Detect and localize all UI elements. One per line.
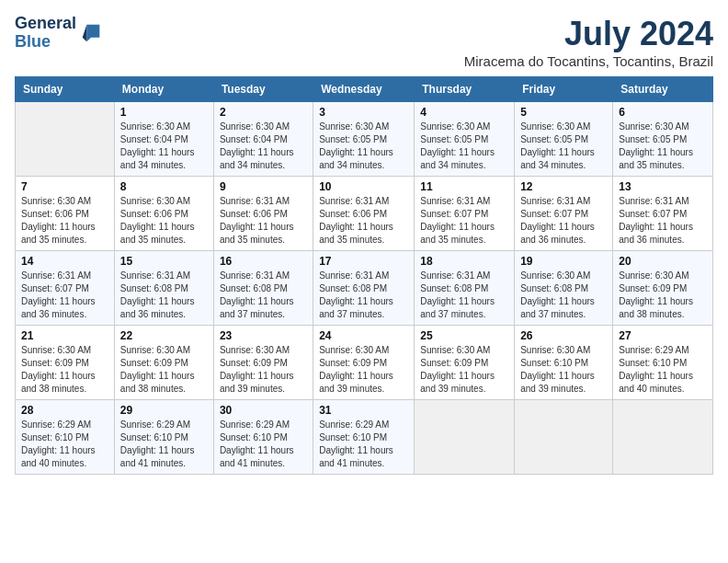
day-info: Sunrise: 6:31 AM Sunset: 6:07 PM Dayligh… (420, 195, 508, 247)
day-info: Sunrise: 6:30 AM Sunset: 6:09 PM Dayligh… (319, 344, 408, 396)
day-number: 27 (619, 329, 707, 342)
logo: General Blue (15, 15, 104, 52)
day-number: 25 (420, 329, 508, 342)
calendar-week-4: 21Sunrise: 6:30 AM Sunset: 6:09 PM Dayli… (16, 326, 713, 400)
calendar-cell: 15Sunrise: 6:31 AM Sunset: 6:08 PM Dayli… (114, 251, 213, 326)
calendar-week-5: 28Sunrise: 6:29 AM Sunset: 6:10 PM Dayli… (16, 400, 713, 475)
calendar-cell: 25Sunrise: 6:30 AM Sunset: 6:09 PM Dayli… (415, 326, 515, 400)
day-info: Sunrise: 6:29 AM Sunset: 6:10 PM Dayligh… (319, 419, 408, 470)
day-number: 5 (520, 106, 607, 119)
day-info: Sunrise: 6:30 AM Sunset: 6:09 PM Dayligh… (619, 270, 707, 321)
calendar-cell (613, 400, 713, 475)
day-number: 16 (220, 255, 307, 268)
calendar-cell: 8Sunrise: 6:30 AM Sunset: 6:06 PM Daylig… (114, 177, 213, 251)
day-number: 15 (120, 255, 208, 268)
day-info: Sunrise: 6:30 AM Sunset: 6:09 PM Dayligh… (21, 344, 108, 396)
calendar-cell: 23Sunrise: 6:30 AM Sunset: 6:09 PM Dayli… (213, 326, 313, 400)
day-info: Sunrise: 6:29 AM Sunset: 6:10 PM Dayligh… (120, 419, 208, 470)
day-number: 2 (220, 106, 307, 119)
main-title: July 2024 (464, 15, 713, 53)
calendar-header-row: SundayMondayTuesdayWednesdayThursdayFrid… (16, 77, 713, 102)
day-info: Sunrise: 6:30 AM Sunset: 6:04 PM Dayligh… (220, 121, 307, 172)
day-info: Sunrise: 6:29 AM Sunset: 6:10 PM Dayligh… (21, 419, 108, 470)
day-number: 14 (21, 255, 108, 268)
day-number: 19 (520, 255, 607, 268)
day-info: Sunrise: 6:30 AM Sunset: 6:10 PM Dayligh… (520, 344, 607, 396)
day-info: Sunrise: 6:30 AM Sunset: 6:09 PM Dayligh… (120, 344, 208, 396)
column-header-sunday: Sunday (16, 77, 115, 102)
day-number: 26 (520, 329, 607, 342)
calendar-cell: 27Sunrise: 6:29 AM Sunset: 6:10 PM Dayli… (613, 326, 713, 400)
day-info: Sunrise: 6:30 AM Sunset: 6:05 PM Dayligh… (619, 121, 707, 172)
calendar-cell: 24Sunrise: 6:30 AM Sunset: 6:09 PM Dayli… (313, 326, 415, 400)
day-info: Sunrise: 6:31 AM Sunset: 6:06 PM Dayligh… (220, 195, 307, 247)
column-header-saturday: Saturday (613, 77, 713, 102)
day-number: 24 (319, 329, 408, 342)
calendar-cell: 26Sunrise: 6:30 AM Sunset: 6:10 PM Dayli… (515, 326, 613, 400)
calendar-cell: 28Sunrise: 6:29 AM Sunset: 6:10 PM Dayli… (16, 400, 115, 475)
day-info: Sunrise: 6:29 AM Sunset: 6:10 PM Dayligh… (220, 419, 307, 470)
day-info: Sunrise: 6:31 AM Sunset: 6:08 PM Dayligh… (319, 270, 408, 321)
day-number: 12 (520, 180, 607, 193)
calendar-cell: 11Sunrise: 6:31 AM Sunset: 6:07 PM Dayli… (415, 177, 515, 251)
day-number: 29 (120, 404, 208, 417)
day-info: Sunrise: 6:30 AM Sunset: 6:06 PM Dayligh… (21, 195, 108, 247)
subtitle: Miracema do Tocantins, Tocantins, Brazil (464, 53, 713, 69)
day-number: 31 (319, 404, 408, 417)
calendar-cell: 7Sunrise: 6:30 AM Sunset: 6:06 PM Daylig… (16, 177, 115, 251)
day-info: Sunrise: 6:29 AM Sunset: 6:10 PM Dayligh… (619, 344, 707, 396)
calendar-cell (515, 400, 613, 475)
day-info: Sunrise: 6:31 AM Sunset: 6:08 PM Dayligh… (120, 270, 208, 321)
calendar-cell: 17Sunrise: 6:31 AM Sunset: 6:08 PM Dayli… (313, 251, 415, 326)
day-info: Sunrise: 6:31 AM Sunset: 6:07 PM Dayligh… (21, 270, 108, 321)
calendar-cell: 14Sunrise: 6:31 AM Sunset: 6:07 PM Dayli… (16, 251, 115, 326)
day-number: 13 (619, 180, 707, 193)
calendar-cell (16, 102, 115, 177)
day-info: Sunrise: 6:31 AM Sunset: 6:07 PM Dayligh… (520, 195, 607, 247)
calendar-cell: 1Sunrise: 6:30 AM Sunset: 6:04 PM Daylig… (114, 102, 213, 177)
column-header-friday: Friday (515, 77, 613, 102)
day-number: 22 (120, 329, 208, 342)
calendar-cell: 4Sunrise: 6:30 AM Sunset: 6:05 PM Daylig… (415, 102, 515, 177)
day-number: 6 (619, 106, 707, 119)
column-header-tuesday: Tuesday (213, 77, 313, 102)
calendar-cell: 12Sunrise: 6:31 AM Sunset: 6:07 PM Dayli… (515, 177, 613, 251)
calendar-cell: 13Sunrise: 6:31 AM Sunset: 6:07 PM Dayli… (613, 177, 713, 251)
svg-marker-1 (83, 24, 87, 41)
calendar-body: 1Sunrise: 6:30 AM Sunset: 6:04 PM Daylig… (16, 102, 713, 475)
calendar-cell: 16Sunrise: 6:31 AM Sunset: 6:08 PM Dayli… (213, 251, 313, 326)
day-number: 1 (120, 106, 208, 119)
day-number: 11 (420, 180, 508, 193)
column-header-thursday: Thursday (415, 77, 515, 102)
title-area: July 2024 Miracema do Tocantins, Tocanti… (464, 15, 713, 69)
day-info: Sunrise: 6:30 AM Sunset: 6:05 PM Dayligh… (520, 121, 607, 172)
calendar-cell: 30Sunrise: 6:29 AM Sunset: 6:10 PM Dayli… (213, 400, 313, 475)
calendar-week-1: 1Sunrise: 6:30 AM Sunset: 6:04 PM Daylig… (16, 102, 713, 177)
day-number: 18 (420, 255, 508, 268)
calendar-cell: 9Sunrise: 6:31 AM Sunset: 6:06 PM Daylig… (213, 177, 313, 251)
day-info: Sunrise: 6:30 AM Sunset: 6:04 PM Dayligh… (120, 121, 208, 172)
day-number: 9 (220, 180, 307, 193)
day-number: 4 (420, 106, 508, 119)
calendar-week-3: 14Sunrise: 6:31 AM Sunset: 6:07 PM Dayli… (16, 251, 713, 326)
day-info: Sunrise: 6:31 AM Sunset: 6:06 PM Dayligh… (319, 195, 408, 247)
header: General Blue July 2024 Miracema do Tocan… (15, 15, 713, 69)
calendar-cell: 31Sunrise: 6:29 AM Sunset: 6:10 PM Dayli… (313, 400, 415, 475)
day-info: Sunrise: 6:30 AM Sunset: 6:09 PM Dayligh… (420, 344, 508, 396)
day-number: 3 (319, 106, 408, 119)
day-number: 17 (319, 255, 408, 268)
calendar-cell: 22Sunrise: 6:30 AM Sunset: 6:09 PM Dayli… (114, 326, 213, 400)
logo-text: General Blue (15, 15, 76, 52)
calendar-cell: 3Sunrise: 6:30 AM Sunset: 6:05 PM Daylig… (313, 102, 415, 177)
calendar-cell: 2Sunrise: 6:30 AM Sunset: 6:04 PM Daylig… (213, 102, 313, 177)
day-info: Sunrise: 6:31 AM Sunset: 6:07 PM Dayligh… (619, 195, 707, 247)
day-info: Sunrise: 6:30 AM Sunset: 6:08 PM Dayligh… (520, 270, 607, 321)
svg-marker-0 (86, 24, 99, 41)
day-number: 8 (120, 180, 208, 193)
calendar-cell: 10Sunrise: 6:31 AM Sunset: 6:06 PM Dayli… (313, 177, 415, 251)
calendar-cell: 5Sunrise: 6:30 AM Sunset: 6:05 PM Daylig… (515, 102, 613, 177)
day-number: 23 (220, 329, 307, 342)
calendar-cell (415, 400, 515, 475)
day-info: Sunrise: 6:30 AM Sunset: 6:09 PM Dayligh… (220, 344, 307, 396)
calendar-table: SundayMondayTuesdayWednesdayThursdayFrid… (15, 76, 713, 475)
